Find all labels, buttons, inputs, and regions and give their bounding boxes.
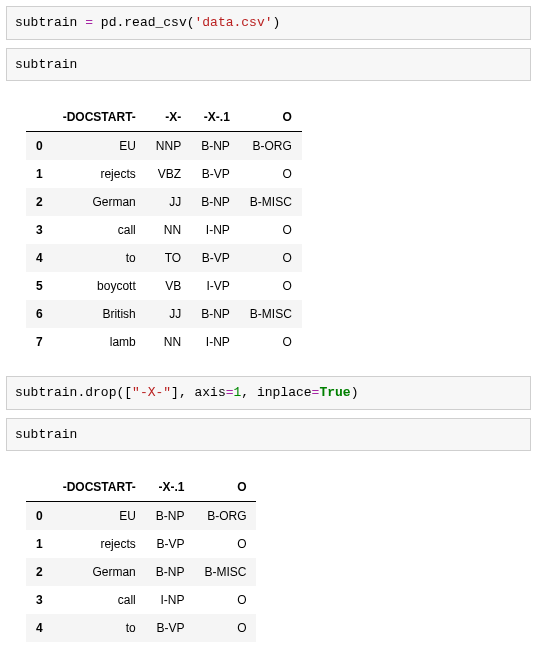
row-index: 5 [26, 272, 53, 300]
code-token: [ [124, 385, 132, 400]
cell: TO [146, 244, 191, 272]
row-index: 7 [26, 328, 53, 356]
col-header: -X- [146, 103, 191, 132]
code-token: subtrain [15, 57, 77, 72]
cell: EU [53, 502, 146, 531]
col-header: -X-.1 [191, 103, 240, 132]
cell: EU [53, 132, 146, 161]
row-index: 6 [26, 300, 53, 328]
cell: O [240, 160, 302, 188]
cell: B-MISC [194, 558, 256, 586]
code-token: , [241, 385, 249, 400]
code-cell-2[interactable]: subtrain [6, 48, 531, 82]
cell: B-NP [191, 300, 240, 328]
cell: NN [146, 328, 191, 356]
row-index: 4 [26, 614, 53, 642]
code-cell-1[interactable]: subtrain = pd.read_csv('data.csv') [6, 6, 531, 40]
table-corner [26, 103, 53, 132]
code-token: subtrain [15, 385, 77, 400]
cell: NNP [146, 132, 191, 161]
cell: B-VP [191, 244, 240, 272]
output-area-1: -DOCSTART- -X- -X-.1 O 0EUNNPB-NPB-ORG1r… [6, 89, 531, 376]
code-token: , [179, 385, 187, 400]
row-index: 0 [26, 132, 53, 161]
code-token: ] [171, 385, 179, 400]
cell: boycott [53, 272, 146, 300]
code-token: subtrain [15, 427, 77, 442]
cell: to [53, 614, 146, 642]
code-string: "-X-" [132, 385, 171, 400]
code-token: drop [85, 385, 116, 400]
row-index: 1 [26, 530, 53, 558]
cell: B-NP [191, 132, 240, 161]
cell: B-VP [191, 160, 240, 188]
cell: O [240, 272, 302, 300]
table-corner [26, 473, 53, 502]
code-keyword: True [319, 385, 350, 400]
table-row: 0EUNNPB-NPB-ORG [26, 132, 302, 161]
row-index: 4 [26, 244, 53, 272]
output-area-2: -DOCSTART- -X-.1 O 0EUB-NPB-ORG1rejectsB… [6, 459, 531, 659]
col-header: -X-.1 [146, 473, 195, 502]
row-index: 1 [26, 160, 53, 188]
table-row: 4toTOB-VPO [26, 244, 302, 272]
cell: VB [146, 272, 191, 300]
cell: I-NP [191, 216, 240, 244]
code-token: axis [187, 385, 226, 400]
col-header: O [240, 103, 302, 132]
cell: B-ORG [194, 502, 256, 531]
table-row: 2GermanB-NPB-MISC [26, 558, 256, 586]
cell: JJ [146, 300, 191, 328]
cell: call [53, 586, 146, 614]
cell: B-ORG [240, 132, 302, 161]
cell: O [194, 614, 256, 642]
cell: I-NP [191, 328, 240, 356]
cell: VBZ [146, 160, 191, 188]
cell: B-VP [146, 614, 195, 642]
row-index: 2 [26, 558, 53, 586]
cell: O [194, 586, 256, 614]
code-cell-4[interactable]: subtrain [6, 418, 531, 452]
dataframe-table-1: -DOCSTART- -X- -X-.1 O 0EUNNPB-NPB-ORG1r… [26, 103, 302, 356]
code-token: inplace [249, 385, 311, 400]
cell: British [53, 300, 146, 328]
table-row: 0EUB-NPB-ORG [26, 502, 256, 531]
cell: B-VP [146, 530, 195, 558]
cell: lamb [53, 328, 146, 356]
code-token: pd [101, 15, 117, 30]
table-row: 1rejectsVBZB-VPO [26, 160, 302, 188]
cell: NN [146, 216, 191, 244]
code-token: ) [351, 385, 359, 400]
cell: rejects [53, 160, 146, 188]
row-index: 3 [26, 586, 53, 614]
cell: B-NP [146, 502, 195, 531]
cell: O [240, 328, 302, 356]
table-row: 4toB-VPO [26, 614, 256, 642]
cell: O [240, 216, 302, 244]
cell: O [194, 530, 256, 558]
cell: B-NP [191, 188, 240, 216]
table-row: 3callI-NPO [26, 586, 256, 614]
code-token: ) [273, 15, 281, 30]
dataframe-table-2: -DOCSTART- -X-.1 O 0EUB-NPB-ORG1rejectsB… [26, 473, 256, 642]
cell: German [53, 558, 146, 586]
cell: call [53, 216, 146, 244]
row-index: 2 [26, 188, 53, 216]
code-cell-3[interactable]: subtrain.drop(["-X-"], axis=1, inplace=T… [6, 376, 531, 410]
code-token: read_csv [124, 15, 186, 30]
cell: O [240, 244, 302, 272]
code-string: 'data.csv' [195, 15, 273, 30]
cell: B-MISC [240, 188, 302, 216]
code-token: ( [187, 15, 195, 30]
code-token: = [85, 15, 93, 30]
cell: German [53, 188, 146, 216]
table-row: 7lambNNI-NPO [26, 328, 302, 356]
cell: I-NP [146, 586, 195, 614]
table-header-row: -DOCSTART- -X- -X-.1 O [26, 103, 302, 132]
table-row: 5boycottVBI-VPO [26, 272, 302, 300]
cell: I-VP [191, 272, 240, 300]
code-token: = [226, 385, 234, 400]
row-index: 3 [26, 216, 53, 244]
code-token [93, 15, 101, 30]
row-index: 0 [26, 502, 53, 531]
